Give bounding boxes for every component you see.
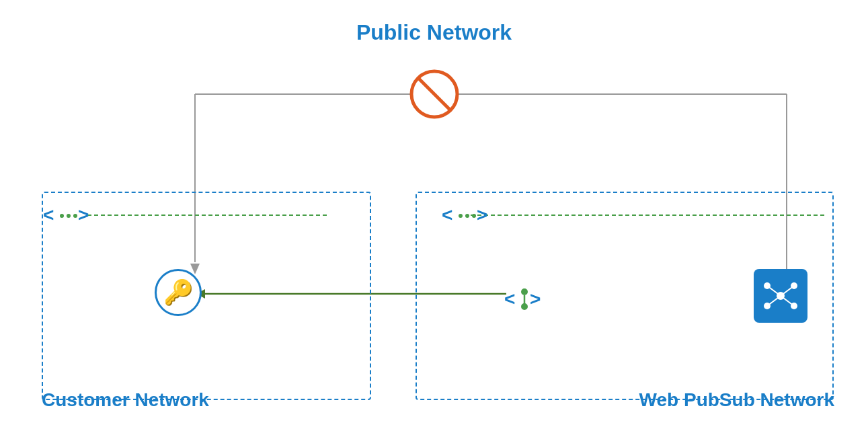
pubsub-network-box — [416, 192, 834, 400]
customer-network-label: Customer Network — [42, 389, 209, 411]
no-sign-icon — [409, 69, 460, 120]
pubsub-network-label: Web PubSub Network — [639, 389, 834, 411]
diagram-container: Public Network < — [0, 0, 868, 431]
customer-network-box — [42, 192, 371, 400]
